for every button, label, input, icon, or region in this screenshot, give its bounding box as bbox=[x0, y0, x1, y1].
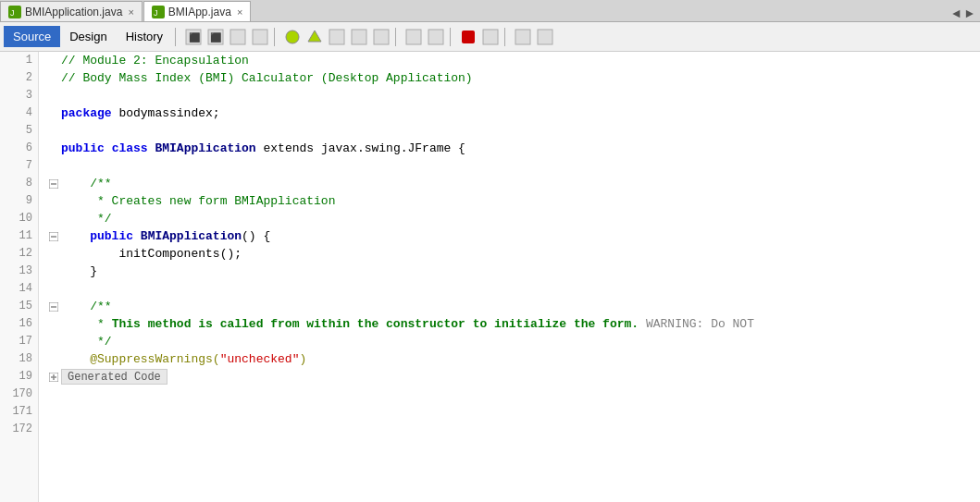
fold-gutter-8[interactable] bbox=[46, 179, 61, 189]
code-content-10: */ bbox=[61, 210, 980, 227]
code-line-16: * This method is called from within the … bbox=[46, 315, 980, 333]
token: public bbox=[61, 141, 105, 155]
code-content-1: // Module 2: Encapsulation bbox=[61, 52, 980, 69]
java-icon: J bbox=[8, 6, 21, 18]
fold-gutter-19[interactable] bbox=[46, 373, 61, 382]
toolbar-btn-1[interactable]: ⬛ bbox=[183, 27, 204, 47]
line-numbers: 12345678910111213141516171819170171172 bbox=[0, 52, 39, 502]
token: ) bbox=[299, 352, 306, 366]
toolbar-btn-10[interactable] bbox=[403, 27, 424, 47]
code-line-4: package bodymassindex; bbox=[46, 104, 980, 122]
menu-design[interactable]: Design bbox=[60, 26, 116, 47]
svg-rect-12 bbox=[329, 30, 344, 44]
token: } bbox=[61, 264, 97, 278]
toolbar-btn-7[interactable] bbox=[327, 27, 347, 47]
close-tab2-button[interactable]: × bbox=[237, 6, 242, 18]
toolbar-btn-2[interactable]: ⬛ bbox=[205, 27, 226, 47]
token: BMIApplication bbox=[155, 141, 255, 155]
tab-label-2: BMIApp.java bbox=[168, 6, 231, 18]
code-line-6: public class BMIApplication extends java… bbox=[46, 140, 980, 157]
menu-bar: Source Design History ⬛ ⬛ bbox=[0, 22, 980, 52]
token bbox=[61, 335, 97, 349]
collapsed-region[interactable]: Generated Code bbox=[61, 369, 167, 385]
line-num-15: 15 bbox=[6, 298, 32, 315]
code-line-7 bbox=[46, 157, 980, 175]
token: @SuppressWarnings( bbox=[61, 352, 220, 366]
line-num-14: 14 bbox=[6, 280, 32, 298]
line-num-170: 170 bbox=[6, 386, 32, 403]
svg-rect-16 bbox=[428, 30, 443, 44]
svg-rect-19 bbox=[515, 30, 530, 44]
toolbar-group-4 bbox=[457, 27, 502, 47]
token: // Body Mass Index (BMI) Calculator (Des… bbox=[61, 71, 473, 85]
token: public bbox=[90, 229, 133, 243]
code-line-5 bbox=[46, 122, 980, 140]
token: class bbox=[112, 141, 148, 155]
toolbar-sep-1 bbox=[175, 28, 176, 46]
token: This method is called from within the co… bbox=[112, 317, 639, 331]
tab-bmiapplication[interactable]: J BMIApplication.java × bbox=[0, 1, 143, 21]
line-num-19: 19 bbox=[6, 368, 32, 386]
token: initComponents(); bbox=[61, 247, 242, 261]
line-num-18: 18 bbox=[6, 350, 32, 368]
toolbar-sep-2 bbox=[274, 28, 275, 46]
toolbar-btn-4[interactable] bbox=[250, 27, 270, 47]
toolbar-sep-4 bbox=[450, 28, 451, 46]
line-num-3: 3 bbox=[6, 87, 32, 104]
toolbar-btn-14[interactable] bbox=[535, 27, 555, 47]
tab-label: BMIApplication.java bbox=[25, 6, 122, 18]
code-line-13: } bbox=[46, 263, 980, 280]
token bbox=[61, 177, 90, 190]
toolbar-btn-12[interactable] bbox=[480, 27, 501, 47]
svg-rect-17 bbox=[462, 31, 475, 43]
code-content-11: public BMIApplication() { bbox=[61, 227, 980, 245]
svg-text:J: J bbox=[154, 8, 158, 18]
token: * Creates new form BMIApplication bbox=[97, 194, 335, 208]
token: */ bbox=[97, 212, 112, 226]
toolbar-btn-9[interactable] bbox=[371, 27, 391, 47]
toolbar-sep-3 bbox=[395, 28, 396, 46]
token: "unchecked" bbox=[220, 352, 300, 366]
toolbar-btn-3[interactable] bbox=[228, 27, 248, 47]
line-num-10: 10 bbox=[6, 210, 32, 227]
code-content-16: * This method is called from within the … bbox=[61, 315, 980, 333]
toolbar-btn-stop[interactable] bbox=[458, 27, 478, 47]
close-tab1-button[interactable]: × bbox=[128, 6, 133, 18]
code-line-170 bbox=[46, 386, 980, 403]
token: BMIApplication bbox=[141, 229, 242, 243]
line-num-9: 9 bbox=[6, 192, 32, 210]
toolbar-sep-5 bbox=[504, 28, 505, 46]
svg-rect-20 bbox=[538, 30, 552, 44]
menu-source[interactable]: Source bbox=[4, 26, 60, 47]
tab-nav-right[interactable]: ► bbox=[963, 6, 976, 21]
fold-gutter-15[interactable] bbox=[46, 302, 61, 312]
code-line-172 bbox=[46, 421, 980, 438]
code-content-8: /** bbox=[61, 175, 980, 192]
toolbar-btn-6[interactable] bbox=[304, 27, 325, 47]
toolbar-group-2 bbox=[281, 27, 392, 47]
token bbox=[61, 212, 97, 226]
tab-bmiapp[interactable]: J BMIApp.java × bbox=[143, 1, 251, 21]
code-content-15: /** bbox=[61, 298, 980, 315]
code-content-12: initComponents(); bbox=[61, 245, 980, 263]
code-line-12: initComponents(); bbox=[46, 245, 980, 263]
svg-point-10 bbox=[286, 31, 299, 43]
code-area[interactable]: // Module 2: Encapsulation// Body Mass I… bbox=[39, 52, 980, 502]
line-num-16: 16 bbox=[6, 315, 32, 333]
tab-nav-left[interactable]: ◄ bbox=[949, 6, 962, 21]
code-line-15: /** bbox=[46, 298, 980, 315]
code-line-3 bbox=[46, 87, 980, 104]
toolbar-btn-11[interactable] bbox=[426, 27, 446, 47]
toolbar-btn-5[interactable] bbox=[282, 27, 303, 47]
toolbar-btn-13[interactable] bbox=[513, 27, 533, 47]
token: bodymassindex; bbox=[112, 106, 220, 120]
svg-rect-13 bbox=[352, 30, 366, 44]
toolbar-btn-8[interactable] bbox=[349, 27, 369, 47]
menu-history[interactable]: History bbox=[117, 26, 172, 47]
token bbox=[61, 317, 97, 331]
code-line-18: @SuppressWarnings("unchecked") bbox=[46, 350, 980, 368]
fold-gutter-11[interactable] bbox=[46, 232, 61, 241]
code-content-9: * Creates new form BMIApplication bbox=[61, 192, 980, 210]
line-num-11: 11 bbox=[6, 227, 32, 245]
token: */ bbox=[97, 335, 112, 349]
